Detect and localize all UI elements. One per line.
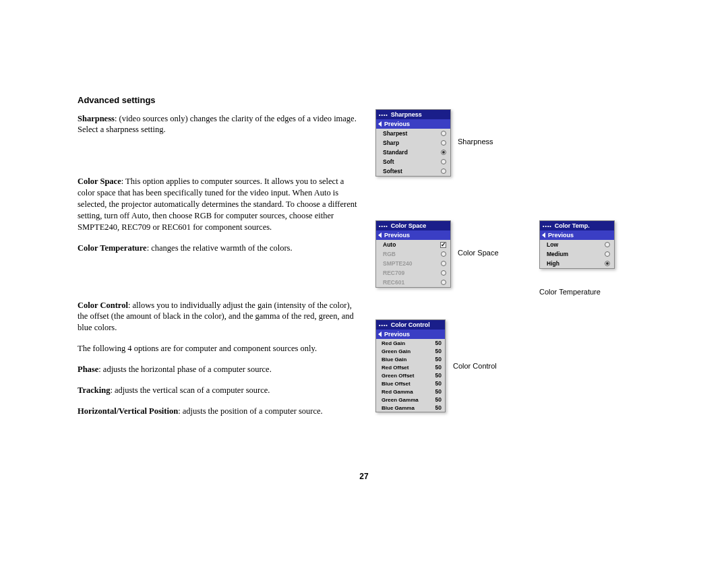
radio-selected-icon bbox=[605, 261, 610, 266]
term-colorcontrol: Color Control bbox=[78, 301, 128, 310]
term-colortemp: Color Temperature bbox=[78, 243, 147, 253]
term-hvpos: Horizontal/Vertical Position bbox=[78, 406, 178, 416]
osd-row-medium[interactable]: Medium bbox=[540, 249, 614, 259]
dots-icon: •••• bbox=[543, 224, 552, 228]
radio-icon bbox=[441, 261, 446, 266]
osd-row-bluegamma[interactable]: Blue Gamma50 bbox=[376, 404, 445, 412]
left-column: Advanced settings Sharpness: (video sour… bbox=[78, 94, 361, 427]
osd-row-auto[interactable]: Auto bbox=[376, 240, 450, 249]
osd-previous-text: Previous bbox=[384, 331, 410, 338]
osd-row-blueoffset[interactable]: Blue Offset50 bbox=[376, 379, 445, 387]
osd-row-sharpest[interactable]: Sharpest bbox=[376, 129, 450, 138]
osd-title-text: Color Temp. bbox=[555, 222, 590, 229]
triangle-left-icon bbox=[378, 232, 382, 238]
radio-selected-icon bbox=[441, 150, 446, 155]
osd-title: •••• Sharpness bbox=[376, 110, 450, 119]
term-tracking: Tracking bbox=[78, 385, 110, 395]
text-hvpos: : adjusts the position of a computer sou… bbox=[178, 406, 323, 416]
osd-row-greengain[interactable]: Green Gain50 bbox=[376, 347, 445, 355]
osd-row-redoffset[interactable]: Red Offset50 bbox=[376, 363, 445, 371]
text-colortemp: : changes the relative warmth of the col… bbox=[147, 243, 293, 253]
osd-previous-text: Previous bbox=[384, 232, 410, 239]
osd-colortemp-group: •••• Color Temp. Previous Low Medium Hig… bbox=[539, 220, 615, 269]
osd-row-rec709: REC709 bbox=[376, 268, 450, 278]
osd-colorspace-menu: •••• Color Space Previous Auto RGB SMPTE… bbox=[375, 220, 451, 288]
paragraph-following4: The following 4 options are for computer… bbox=[78, 343, 361, 354]
osd-row-redgamma[interactable]: Red Gamma50 bbox=[376, 387, 445, 396]
osd-row-soft[interactable]: Soft bbox=[376, 157, 450, 166]
dots-icon: •••• bbox=[379, 323, 388, 327]
caption-sharpness: Sharpness bbox=[458, 137, 493, 146]
osd-row-rgb: RGB bbox=[376, 249, 450, 259]
osd-sharpness-group: •••• Sharpness Previous Sharpest Sharp S… bbox=[375, 109, 451, 177]
osd-previous-text: Previous bbox=[384, 121, 410, 127]
osd-row-high[interactable]: High bbox=[540, 259, 614, 268]
text-sharpness: : (video sources only) changes the clari… bbox=[78, 114, 357, 135]
osd-previous-row[interactable]: Previous bbox=[376, 230, 450, 240]
osd-title-text: Color Control bbox=[391, 321, 430, 328]
term-colorspace: Color Space bbox=[78, 177, 121, 186]
caption-colortemp: Color Temperature bbox=[539, 288, 601, 296]
osd-row-low[interactable]: Low bbox=[540, 240, 614, 249]
osd-row-bluegain[interactable]: Blue Gain50 bbox=[376, 355, 445, 363]
radio-icon bbox=[441, 168, 446, 174]
osd-previous-text: Previous bbox=[548, 232, 574, 239]
paragraph-tracking: Tracking: adjusts the vertical scan of a… bbox=[78, 385, 361, 396]
osd-title: •••• Color Control bbox=[376, 320, 445, 330]
term-sharpness: Sharpness bbox=[78, 114, 115, 123]
osd-title: •••• Color Temp. bbox=[540, 221, 614, 230]
osd-sharpness-menu: •••• Sharpness Previous Sharpest Sharp S… bbox=[375, 109, 451, 177]
caption-colorspace: Color Space bbox=[458, 249, 499, 257]
dots-icon: •••• bbox=[379, 113, 388, 117]
osd-row-redgain[interactable]: Red Gain50 bbox=[376, 339, 445, 347]
osd-title-text: Color Space bbox=[391, 222, 427, 229]
osd-colortemp-menu: •••• Color Temp. Previous Low Medium Hig… bbox=[539, 220, 615, 269]
dots-icon: •••• bbox=[379, 224, 388, 228]
radio-icon bbox=[605, 251, 610, 257]
paragraph-phase: Phase: adjusts the horizontal phase of a… bbox=[78, 364, 361, 375]
radio-icon bbox=[441, 131, 446, 136]
paragraph-colortemp: Color Temperature: changes the relative … bbox=[78, 243, 361, 254]
radio-icon bbox=[441, 280, 446, 285]
caption-colorcontrol: Color Control bbox=[453, 362, 497, 370]
paragraph-hvpos: Horizontal/Vertical Position: adjusts th… bbox=[78, 406, 361, 417]
radio-icon bbox=[441, 140, 446, 146]
triangle-left-icon bbox=[378, 121, 382, 127]
osd-title: •••• Color Space bbox=[376, 221, 450, 230]
radio-icon bbox=[605, 242, 610, 247]
radio-icon bbox=[441, 159, 446, 164]
osd-previous-row[interactable]: Previous bbox=[376, 330, 445, 339]
osd-colorcontrol-group: •••• Color Control Previous Red Gain50 G… bbox=[375, 319, 446, 412]
page-body: Advanced settings Sharpness: (video sour… bbox=[78, 94, 650, 427]
radio-icon bbox=[441, 251, 446, 257]
triangle-left-icon bbox=[378, 332, 382, 337]
triangle-left-icon bbox=[542, 232, 545, 238]
term-phase: Phase bbox=[78, 365, 98, 374]
page-number: 27 bbox=[0, 472, 728, 481]
text-tracking: : adjusts the vertical scan of a compute… bbox=[110, 385, 270, 395]
osd-previous-row[interactable]: Previous bbox=[540, 230, 614, 240]
text-phase: : adjusts the horizontal phase of a comp… bbox=[98, 365, 272, 374]
paragraph-sharpness: Sharpness: (video sources only) changes … bbox=[78, 113, 361, 136]
paragraph-colorcontrol: Color Control: allows you to individuall… bbox=[78, 300, 361, 334]
osd-colorspace-group: •••• Color Space Previous Auto RGB SMPTE… bbox=[375, 220, 451, 288]
checkbox-checked-icon bbox=[440, 242, 446, 248]
section-heading: Advanced settings bbox=[78, 94, 361, 106]
osd-row-smpte240: SMPTE240 bbox=[376, 259, 450, 268]
osd-previous-row[interactable]: Previous bbox=[376, 119, 450, 129]
radio-icon bbox=[441, 270, 446, 276]
osd-row-greenoffset[interactable]: Green Offset50 bbox=[376, 371, 445, 379]
osd-colorcontrol-menu: •••• Color Control Previous Red Gain50 G… bbox=[375, 319, 446, 412]
osd-row-sharp[interactable]: Sharp bbox=[376, 138, 450, 148]
osd-row-greengamma[interactable]: Green Gamma50 bbox=[376, 396, 445, 404]
osd-row-softest[interactable]: Softest bbox=[376, 166, 450, 176]
paragraph-colorspace: Color Space: This option applies to comp… bbox=[78, 176, 361, 232]
osd-title-text: Sharpness bbox=[391, 111, 422, 118]
osd-row-standard[interactable]: Standard bbox=[376, 148, 450, 157]
osd-row-rec601: REC601 bbox=[376, 278, 450, 287]
